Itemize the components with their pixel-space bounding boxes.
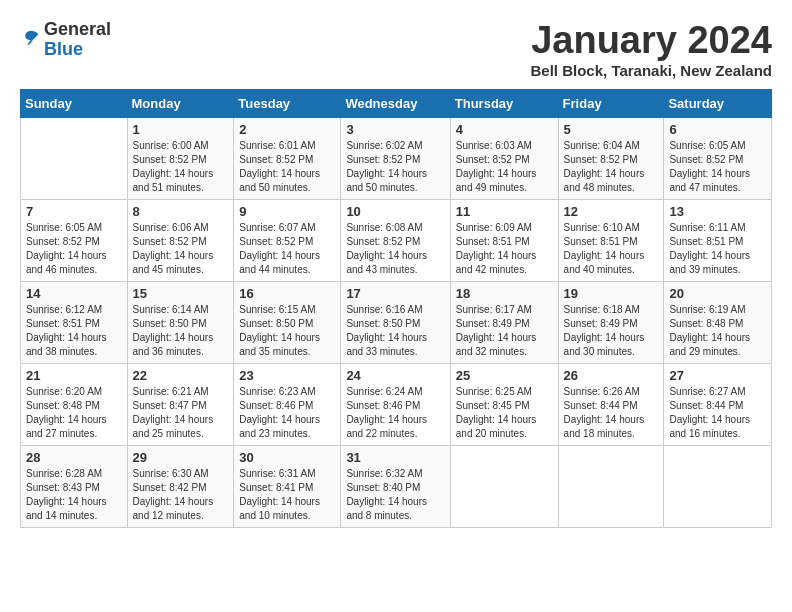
calendar-cell <box>558 445 664 527</box>
calendar-cell: 29Sunrise: 6:30 AMSunset: 8:42 PMDayligh… <box>127 445 234 527</box>
day-number: 28 <box>26 450 122 465</box>
day-number: 16 <box>239 286 335 301</box>
day-number: 23 <box>239 368 335 383</box>
cell-info: Sunrise: 6:19 AMSunset: 8:48 PMDaylight:… <box>669 303 766 359</box>
cell-info: Sunrise: 6:16 AMSunset: 8:50 PMDaylight:… <box>346 303 444 359</box>
logo-bird-icon <box>20 27 42 49</box>
calendar-cell: 2Sunrise: 6:01 AMSunset: 8:52 PMDaylight… <box>234 117 341 199</box>
cell-info: Sunrise: 6:17 AMSunset: 8:49 PMDaylight:… <box>456 303 553 359</box>
day-number: 26 <box>564 368 659 383</box>
day-number: 17 <box>346 286 444 301</box>
calendar-cell: 28Sunrise: 6:28 AMSunset: 8:43 PMDayligh… <box>21 445 128 527</box>
calendar-cell: 21Sunrise: 6:20 AMSunset: 8:48 PMDayligh… <box>21 363 128 445</box>
calendar-cell: 7Sunrise: 6:05 AMSunset: 8:52 PMDaylight… <box>21 199 128 281</box>
cell-info: Sunrise: 6:31 AMSunset: 8:41 PMDaylight:… <box>239 467 335 523</box>
day-number: 18 <box>456 286 553 301</box>
calendar-cell <box>21 117 128 199</box>
calendar-cell: 26Sunrise: 6:26 AMSunset: 8:44 PMDayligh… <box>558 363 664 445</box>
calendar-cell: 22Sunrise: 6:21 AMSunset: 8:47 PMDayligh… <box>127 363 234 445</box>
calendar-cell: 27Sunrise: 6:27 AMSunset: 8:44 PMDayligh… <box>664 363 772 445</box>
cell-info: Sunrise: 6:01 AMSunset: 8:52 PMDaylight:… <box>239 139 335 195</box>
weekday-header-row: SundayMondayTuesdayWednesdayThursdayFrid… <box>21 89 772 117</box>
cell-info: Sunrise: 6:32 AMSunset: 8:40 PMDaylight:… <box>346 467 444 523</box>
cell-info: Sunrise: 6:27 AMSunset: 8:44 PMDaylight:… <box>669 385 766 441</box>
weekday-header-tuesday: Tuesday <box>234 89 341 117</box>
day-number: 14 <box>26 286 122 301</box>
calendar-cell: 4Sunrise: 6:03 AMSunset: 8:52 PMDaylight… <box>450 117 558 199</box>
day-number: 22 <box>133 368 229 383</box>
day-number: 12 <box>564 204 659 219</box>
day-number: 19 <box>564 286 659 301</box>
calendar-week-row: 1Sunrise: 6:00 AMSunset: 8:52 PMDaylight… <box>21 117 772 199</box>
day-number: 4 <box>456 122 553 137</box>
day-number: 2 <box>239 122 335 137</box>
cell-info: Sunrise: 6:18 AMSunset: 8:49 PMDaylight:… <box>564 303 659 359</box>
day-number: 29 <box>133 450 229 465</box>
cell-info: Sunrise: 6:21 AMSunset: 8:47 PMDaylight:… <box>133 385 229 441</box>
calendar-cell: 10Sunrise: 6:08 AMSunset: 8:52 PMDayligh… <box>341 199 450 281</box>
day-number: 6 <box>669 122 766 137</box>
cell-info: Sunrise: 6:24 AMSunset: 8:46 PMDaylight:… <box>346 385 444 441</box>
calendar-week-row: 21Sunrise: 6:20 AMSunset: 8:48 PMDayligh… <box>21 363 772 445</box>
calendar-cell: 18Sunrise: 6:17 AMSunset: 8:49 PMDayligh… <box>450 281 558 363</box>
logo-blue-text: Blue <box>44 39 83 59</box>
day-number: 20 <box>669 286 766 301</box>
day-number: 7 <box>26 204 122 219</box>
cell-info: Sunrise: 6:00 AMSunset: 8:52 PMDaylight:… <box>133 139 229 195</box>
cell-info: Sunrise: 6:06 AMSunset: 8:52 PMDaylight:… <box>133 221 229 277</box>
day-number: 30 <box>239 450 335 465</box>
calendar-cell: 12Sunrise: 6:10 AMSunset: 8:51 PMDayligh… <box>558 199 664 281</box>
calendar-cell: 31Sunrise: 6:32 AMSunset: 8:40 PMDayligh… <box>341 445 450 527</box>
calendar-cell: 8Sunrise: 6:06 AMSunset: 8:52 PMDaylight… <box>127 199 234 281</box>
cell-info: Sunrise: 6:26 AMSunset: 8:44 PMDaylight:… <box>564 385 659 441</box>
title-block: January 2024 Bell Block, Taranaki, New Z… <box>531 20 772 79</box>
logo-general-text: General <box>44 19 111 39</box>
day-number: 21 <box>26 368 122 383</box>
weekday-header-friday: Friday <box>558 89 664 117</box>
weekday-header-thursday: Thursday <box>450 89 558 117</box>
calendar-cell <box>450 445 558 527</box>
calendar-week-row: 14Sunrise: 6:12 AMSunset: 8:51 PMDayligh… <box>21 281 772 363</box>
calendar-week-row: 28Sunrise: 6:28 AMSunset: 8:43 PMDayligh… <box>21 445 772 527</box>
calendar-cell: 5Sunrise: 6:04 AMSunset: 8:52 PMDaylight… <box>558 117 664 199</box>
calendar-cell <box>664 445 772 527</box>
day-number: 13 <box>669 204 766 219</box>
calendar-cell: 14Sunrise: 6:12 AMSunset: 8:51 PMDayligh… <box>21 281 128 363</box>
cell-info: Sunrise: 6:02 AMSunset: 8:52 PMDaylight:… <box>346 139 444 195</box>
logo: General Blue <box>20 20 111 60</box>
calendar-cell: 24Sunrise: 6:24 AMSunset: 8:46 PMDayligh… <box>341 363 450 445</box>
day-number: 3 <box>346 122 444 137</box>
day-number: 10 <box>346 204 444 219</box>
calendar-cell: 3Sunrise: 6:02 AMSunset: 8:52 PMDaylight… <box>341 117 450 199</box>
calendar-cell: 20Sunrise: 6:19 AMSunset: 8:48 PMDayligh… <box>664 281 772 363</box>
calendar-cell: 11Sunrise: 6:09 AMSunset: 8:51 PMDayligh… <box>450 199 558 281</box>
calendar-cell: 9Sunrise: 6:07 AMSunset: 8:52 PMDaylight… <box>234 199 341 281</box>
month-title: January 2024 <box>531 20 772 62</box>
calendar-cell: 15Sunrise: 6:14 AMSunset: 8:50 PMDayligh… <box>127 281 234 363</box>
cell-info: Sunrise: 6:09 AMSunset: 8:51 PMDaylight:… <box>456 221 553 277</box>
day-number: 5 <box>564 122 659 137</box>
cell-info: Sunrise: 6:07 AMSunset: 8:52 PMDaylight:… <box>239 221 335 277</box>
weekday-header-monday: Monday <box>127 89 234 117</box>
day-number: 9 <box>239 204 335 219</box>
calendar-cell: 17Sunrise: 6:16 AMSunset: 8:50 PMDayligh… <box>341 281 450 363</box>
day-number: 8 <box>133 204 229 219</box>
cell-info: Sunrise: 6:04 AMSunset: 8:52 PMDaylight:… <box>564 139 659 195</box>
calendar-cell: 25Sunrise: 6:25 AMSunset: 8:45 PMDayligh… <box>450 363 558 445</box>
day-number: 24 <box>346 368 444 383</box>
calendar-week-row: 7Sunrise: 6:05 AMSunset: 8:52 PMDaylight… <box>21 199 772 281</box>
calendar-cell: 1Sunrise: 6:00 AMSunset: 8:52 PMDaylight… <box>127 117 234 199</box>
cell-info: Sunrise: 6:08 AMSunset: 8:52 PMDaylight:… <box>346 221 444 277</box>
location: Bell Block, Taranaki, New Zealand <box>531 62 772 79</box>
day-number: 27 <box>669 368 766 383</box>
day-number: 31 <box>346 450 444 465</box>
weekday-header-sunday: Sunday <box>21 89 128 117</box>
cell-info: Sunrise: 6:28 AMSunset: 8:43 PMDaylight:… <box>26 467 122 523</box>
cell-info: Sunrise: 6:05 AMSunset: 8:52 PMDaylight:… <box>26 221 122 277</box>
weekday-header-wednesday: Wednesday <box>341 89 450 117</box>
calendar-cell: 23Sunrise: 6:23 AMSunset: 8:46 PMDayligh… <box>234 363 341 445</box>
day-number: 25 <box>456 368 553 383</box>
cell-info: Sunrise: 6:10 AMSunset: 8:51 PMDaylight:… <box>564 221 659 277</box>
weekday-header-saturday: Saturday <box>664 89 772 117</box>
cell-info: Sunrise: 6:11 AMSunset: 8:51 PMDaylight:… <box>669 221 766 277</box>
